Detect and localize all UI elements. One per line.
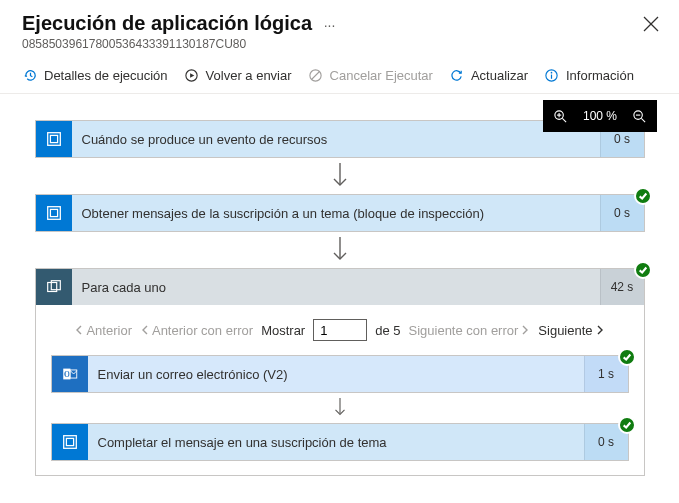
zoom-in-button[interactable] [553,108,569,124]
pager-show-label: Mostrar [261,323,305,338]
resubmit-button[interactable]: Volver a enviar [184,67,292,83]
svg-point-7 [551,71,553,73]
pager-prev-error: Anterior con error [140,323,253,338]
history-icon [22,67,38,83]
outlook-icon: O [52,356,88,392]
check-icon [622,420,632,430]
step-complete-message-title: Completar el mensaje en una suscripción … [88,424,584,460]
success-badge [634,261,652,279]
chevron-right-icon [520,325,530,335]
command-bar: Detalles de ejecución Volver a enviar Ca… [0,57,679,94]
chevron-left-icon [140,325,150,335]
svg-rect-19 [47,207,60,220]
zoom-out-button[interactable] [631,108,647,124]
pager-next[interactable]: Siguiente [538,323,604,338]
flow-arrow [50,393,630,423]
run-details-label: Detalles de ejecución [44,68,168,83]
servicebus-icon [52,424,88,460]
info-label: Información [566,68,634,83]
svg-line-5 [312,71,320,79]
resubmit-icon [184,67,200,83]
foreach-body: Anterior Anterior con error Mostrar de 5… [36,305,644,475]
flow-arrow [329,158,351,194]
svg-rect-17 [50,135,57,142]
svg-rect-28 [63,436,76,449]
chevron-right-icon [595,325,605,335]
svg-rect-16 [47,133,60,146]
step-complete-message[interactable]: Completar el mensaje en una suscripción … [51,423,629,461]
flow-arrow [329,232,351,268]
close-icon [643,16,659,32]
refresh-label: Actualizar [471,68,528,83]
info-icon [544,67,560,83]
cancel-run-button: Cancelar Ejecutar [308,67,433,83]
overflow-menu[interactable]: ··· [324,17,336,33]
svg-rect-29 [66,438,73,445]
arrow-down-icon [329,236,351,264]
step-get-messages[interactable]: Obtener mensajes de la suscripción a un … [35,194,645,232]
iteration-pager: Anterior Anterior con error Mostrar de 5… [50,319,630,341]
step-get-messages-title: Obtener mensajes de la suscripción a un … [72,195,600,231]
success-badge [634,187,652,205]
foreach-icon [36,269,72,305]
cancel-icon [308,67,324,83]
close-button[interactable] [643,16,659,32]
pager-of-label: de 5 [375,323,400,338]
check-icon [638,265,648,275]
svg-line-14 [641,118,645,122]
resubmit-label: Volver a enviar [206,68,292,83]
arrow-down-icon [331,397,349,419]
zoom-in-icon [553,109,568,124]
pager-prev: Anterior [74,323,132,338]
svg-line-10 [563,118,567,122]
step-send-email-title: Enviar un correo electrónico (V2) [88,356,584,392]
run-details-button[interactable]: Detalles de ejecución [22,67,168,83]
refresh-icon [449,67,465,83]
info-button[interactable]: Información [544,67,634,83]
svg-text:O: O [63,370,69,379]
zoom-out-icon [632,109,647,124]
svg-marker-3 [190,73,194,78]
pager-index-input[interactable] [313,319,367,341]
servicebus-icon [36,195,72,231]
cancel-label: Cancelar Ejecutar [330,68,433,83]
step-trigger-title: Cuándo se produce un evento de recursos [72,121,600,157]
zoom-bar: 100 % [543,100,657,132]
check-icon [638,191,648,201]
svg-rect-20 [50,209,57,216]
eventgrid-icon [36,121,72,157]
step-foreach-title: Para cada uno [72,269,600,305]
success-badge [618,416,636,434]
check-icon [622,352,632,362]
designer-canvas[interactable]: 100 % Cuándo se produce un evento de rec… [0,94,679,503]
step-send-email[interactable]: O Enviar un correo electrónico (V2) 1 s [51,355,629,393]
refresh-button[interactable]: Actualizar [449,67,528,83]
pager-next-error: Siguiente con error [409,323,531,338]
page-title: Ejecución de aplicación lógica [22,12,312,34]
step-foreach[interactable]: Para cada uno 42 s Anterior Anterior con… [35,268,645,476]
run-id-label: 08585039617800536433391130187CU80 [22,37,657,51]
chevron-left-icon [74,325,84,335]
zoom-level: 100 % [583,109,617,123]
success-badge [618,348,636,366]
arrow-down-icon [329,162,351,190]
